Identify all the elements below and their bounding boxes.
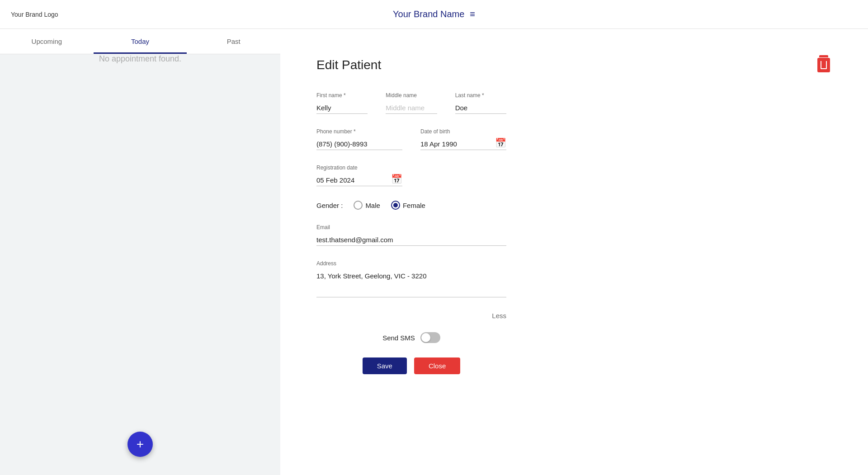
tabs-bar: Upcoming Today Past	[0, 29, 280, 54]
dob-calendar-icon[interactable]: 📅	[495, 137, 506, 148]
dob-input[interactable]	[420, 138, 506, 150]
reg-date-row: Registration date 📅	[316, 165, 506, 186]
hamburger-menu-icon[interactable]: ≡	[470, 9, 475, 19]
email-field: Email	[316, 224, 506, 246]
phone-field: Phone number *	[316, 128, 402, 150]
phone-label: Phone number *	[316, 128, 402, 135]
first-name-label: First name *	[316, 92, 368, 99]
gender-male-label: Male	[365, 202, 380, 209]
add-appointment-button[interactable]: +	[127, 432, 153, 457]
address-field: Address 13, York Street, Geelong, VIC - …	[316, 260, 506, 297]
gender-female-option[interactable]: Female	[391, 201, 425, 210]
gender-row: Gender : Male Female	[316, 201, 506, 210]
name-row: First name * Middle name Last name *	[316, 92, 506, 114]
close-button[interactable]: Close	[414, 357, 460, 374]
send-sms-label: Send SMS	[382, 334, 415, 342]
reg-date-calendar-icon[interactable]: 📅	[391, 174, 402, 184]
middle-name-field: Middle name	[386, 92, 437, 114]
gender-male-radio[interactable]	[354, 201, 363, 210]
address-textarea[interactable]: 13, York Street, Geelong, VIC - 3220	[316, 270, 506, 297]
middle-name-label: Middle name	[386, 92, 437, 99]
gender-female-radio[interactable]	[391, 201, 400, 210]
action-buttons: Save Close	[316, 357, 506, 374]
reg-date-input[interactable]	[316, 174, 402, 186]
send-sms-toggle[interactable]	[420, 332, 440, 343]
save-button[interactable]: Save	[363, 357, 407, 374]
tab-upcoming[interactable]: Upcoming	[0, 29, 94, 54]
less-row: Less	[316, 312, 506, 320]
email-label: Email	[316, 224, 506, 230]
edit-patient-form: First name * Middle name Last name * Pho…	[316, 92, 506, 374]
last-name-input[interactable]	[455, 102, 506, 114]
no-appointment-message: No appointment found.	[0, 54, 280, 64]
less-link[interactable]: Less	[492, 312, 506, 320]
phone-input[interactable]	[316, 138, 402, 150]
gender-label: Gender :	[316, 202, 343, 209]
last-name-field: Last name *	[455, 92, 506, 114]
left-panel: Upcoming Today Past No appointment found…	[0, 29, 280, 475]
delete-patient-button[interactable]	[816, 56, 832, 74]
email-input[interactable]	[316, 234, 506, 246]
dob-label: Date of birth	[420, 128, 506, 135]
tab-past[interactable]: Past	[187, 29, 280, 54]
address-label: Address	[316, 260, 506, 267]
phone-dob-row: Phone number * Date of birth 📅	[316, 128, 506, 150]
address-row: Address 13, York Street, Geelong, VIC - …	[316, 260, 506, 297]
email-row: Email	[316, 224, 506, 246]
reg-date-label: Registration date	[316, 165, 402, 171]
first-name-input[interactable]	[316, 102, 368, 114]
gender-female-label: Female	[403, 202, 425, 209]
dob-field: Date of birth 📅	[420, 128, 506, 150]
reg-date-field: Registration date 📅	[316, 165, 402, 186]
edit-patient-title: Edit Patient	[316, 58, 381, 72]
middle-name-input[interactable]	[386, 102, 437, 114]
gender-male-option[interactable]: Male	[354, 201, 380, 210]
edit-patient-header: Edit Patient	[316, 56, 832, 74]
toggle-thumb	[421, 333, 430, 342]
trash-icon	[817, 58, 830, 72]
brand-logo: Your Brand Logo	[11, 11, 58, 18]
brand-name-area: Your Brand Name ≡	[393, 9, 475, 19]
edit-patient-panel: Edit Patient First name * Middle name La…	[280, 29, 868, 475]
brand-name: Your Brand Name	[393, 9, 464, 19]
send-sms-row: Send SMS	[316, 332, 506, 343]
tab-today[interactable]: Today	[94, 29, 187, 54]
first-name-field: First name *	[316, 92, 368, 114]
header: Your Brand Logo Your Brand Name ≡	[0, 0, 868, 29]
last-name-label: Last name *	[455, 92, 506, 99]
